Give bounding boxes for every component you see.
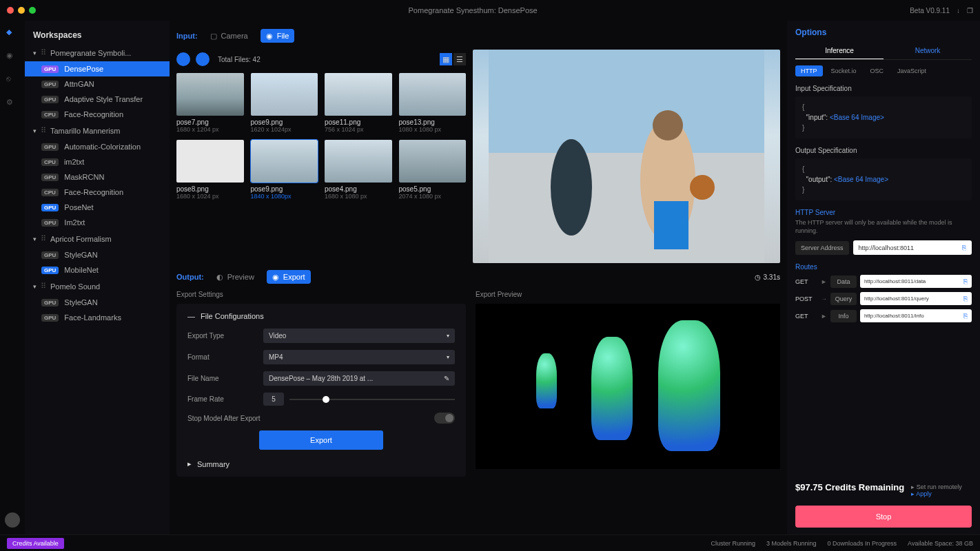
model-item[interactable]: GPUDensePose	[25, 61, 170, 76]
file-thumbnail[interactable]: pose9.png1620 x 1024px	[251, 73, 318, 133]
tab-network[interactable]: Network	[884, 43, 972, 59]
statusbar: Credits Available Cluster Running3 Model…	[0, 534, 980, 551]
model-item[interactable]: GPUMobileNet	[25, 262, 170, 278]
model-name: MaskRCNN	[64, 173, 104, 181]
model-item[interactable]: GPUIm2txt	[25, 215, 170, 230]
protocol-pill[interactable]: Socket.io	[826, 65, 862, 76]
maximize-window-icon[interactable]	[29, 7, 36, 14]
apply-link[interactable]: ▸ Apply	[911, 490, 962, 497]
stop-after-toggle[interactable]	[434, 413, 455, 424]
workspace-header[interactable]: ▾⠿Tamarillo Mannerism	[25, 122, 170, 139]
model-item[interactable]: GPUFace-Landmarks	[25, 310, 170, 325]
tab-inference[interactable]: Inference	[795, 43, 884, 59]
framerate-slider[interactable]	[289, 399, 455, 400]
list-view-button[interactable]: ☰	[453, 53, 466, 65]
run-remotely-option[interactable]: ▸ Set run remotely	[911, 484, 962, 490]
server-address-input[interactable]: http://localhost:8011⎘	[853, 240, 972, 255]
route-url-input[interactable]: http://localhost:8011/data⎘	[860, 275, 972, 288]
filename-input[interactable]: DensePose – May 28th 2019 at ...✎	[263, 371, 455, 386]
settings-icon[interactable]: ⚙	[6, 98, 19, 110]
workspace-name: Pomegranate Symboli...	[50, 49, 131, 57]
file-thumbnail[interactable]: pose13.png1080 x 1080 px	[399, 73, 467, 133]
stop-button[interactable]: Stop	[795, 506, 972, 528]
close-window-icon[interactable]	[7, 7, 14, 14]
output-preview-option[interactable]: ◐Preview	[211, 270, 260, 284]
collapse-icon[interactable]: —	[187, 312, 195, 320]
output-export-option[interactable]: ◉Export	[267, 270, 311, 284]
http-method: POST	[795, 295, 817, 302]
credits-badge[interactable]: Credits Available	[7, 538, 64, 549]
thumbnail-filename: pose8.png	[176, 185, 244, 193]
format-select[interactable]: MP4▾	[263, 350, 455, 364]
input-file-option[interactable]: ◉File	[261, 29, 295, 43]
model-item[interactable]: GPUMaskRCNN	[25, 169, 170, 185]
compute-badge: GPU	[41, 204, 59, 211]
models-icon[interactable]: ◉	[6, 51, 19, 63]
expand-icon[interactable]: ▸	[187, 459, 192, 468]
file-thumbnail[interactable]: pose11.png756 x 1024 px	[325, 73, 392, 133]
protocol-pill[interactable]: OSC	[865, 65, 890, 76]
workspace-header[interactable]: ▾⠿Pomegranate Symboli...	[25, 44, 170, 61]
chevron-down-icon: ▾	[447, 354, 449, 360]
export-settings-title: Export Settings	[176, 291, 466, 298]
protocol-pill[interactable]: JavaScript	[892, 65, 932, 76]
workspace-header[interactable]: ▾⠿Apricot Formalism	[25, 230, 170, 247]
model-item[interactable]: CPUim2txt	[25, 154, 170, 169]
route-url-input[interactable]: http://localhost:8011/query⎘	[860, 292, 972, 305]
model-item[interactable]: GPUAutomatic-Colorization	[25, 139, 170, 154]
model-item[interactable]: CPUFace-Recognition	[25, 107, 170, 122]
model-name: Face-Recognition	[64, 110, 123, 118]
export-type-select[interactable]: Video▾	[263, 329, 455, 343]
feedback-icon[interactable]: ❐	[967, 7, 973, 14]
export-button[interactable]: Export	[259, 430, 383, 450]
grid-view-button[interactable]: ▦	[440, 53, 452, 65]
file-thumbnail[interactable]: pose8.png1680 x 1024 px	[176, 140, 244, 200]
framerate-value[interactable]: 5	[263, 393, 284, 406]
titlebar-right: Beta V0.9.11 ↓ ❐	[910, 7, 973, 14]
thumbnail-image	[251, 73, 318, 116]
route-url-input[interactable]: http://localhost:8011/info⎘	[860, 309, 972, 322]
workspace-name: Tamarillo Mannerism	[50, 127, 120, 135]
file-thumbnail[interactable]: pose5.png2074 x 1080 px	[399, 140, 467, 200]
copy-icon[interactable]: ⎘	[962, 244, 966, 251]
http-method: GET	[795, 278, 817, 285]
file-thumbnail[interactable]: pose7.png1680 x 1204 px	[176, 73, 244, 133]
svg-rect-1	[489, 153, 764, 263]
model-name: StyleGAN	[64, 298, 97, 306]
titlebar: Pomegranate Synesthum: DensePose Beta V0…	[0, 0, 980, 21]
add-file-button[interactable]	[176, 52, 190, 66]
workspace-header[interactable]: ▾⠿Pomelo Sound	[25, 278, 170, 295]
minimize-window-icon[interactable]	[18, 7, 25, 14]
stop-after-label: Stop Model After Export	[187, 415, 263, 422]
model-name: Automatic-Colorization	[64, 143, 141, 151]
model-item[interactable]: CPUFace-Recognition	[25, 185, 170, 200]
model-item[interactable]: GPUAttnGAN	[25, 76, 170, 92]
grip-icon: ⠿	[41, 282, 46, 291]
copy-icon[interactable]: ⎘	[963, 295, 968, 302]
version-caret-icon[interactable]: ↓	[957, 7, 960, 14]
route-row: GET►Infohttp://localhost:8011/info⎘	[795, 309, 972, 322]
protocol-pill[interactable]: HTTP	[795, 65, 823, 76]
model-item[interactable]: GPUPoseNet	[25, 200, 170, 215]
copy-icon[interactable]: ⎘	[963, 312, 968, 320]
user-avatar[interactable]	[5, 512, 20, 528]
model-item[interactable]: GPUAdaptive Style Transfer	[25, 92, 170, 107]
thumbnail-image	[325, 73, 392, 116]
model-item[interactable]: GPUStyleGAN	[25, 295, 170, 310]
copy-icon[interactable]: ⎘	[963, 278, 968, 285]
input-label: Input:	[176, 32, 198, 40]
export-preview-panel: Export Preview	[476, 291, 780, 529]
file-thumbnail[interactable]: pose9.png1840 x 1080px	[251, 140, 318, 200]
compute-badge: GPU	[41, 81, 59, 88]
workspaces-icon[interactable]: ◆	[6, 28, 19, 40]
remove-file-button[interactable]	[196, 52, 210, 66]
file-thumbnail[interactable]: pose4.png1680 x 1080 px	[325, 140, 392, 200]
thumbnail-dimensions: 1680 x 1080 px	[325, 193, 392, 200]
model-item[interactable]: GPUStyleGAN	[25, 247, 170, 262]
input-preview[interactable]	[473, 50, 780, 263]
input-camera-option[interactable]: ▢Camera	[205, 29, 254, 43]
svg-rect-6	[654, 201, 688, 249]
thumbnail-image	[176, 140, 244, 183]
export-icon: ◉	[272, 273, 280, 281]
link-icon[interactable]: ⎋	[6, 74, 19, 87]
